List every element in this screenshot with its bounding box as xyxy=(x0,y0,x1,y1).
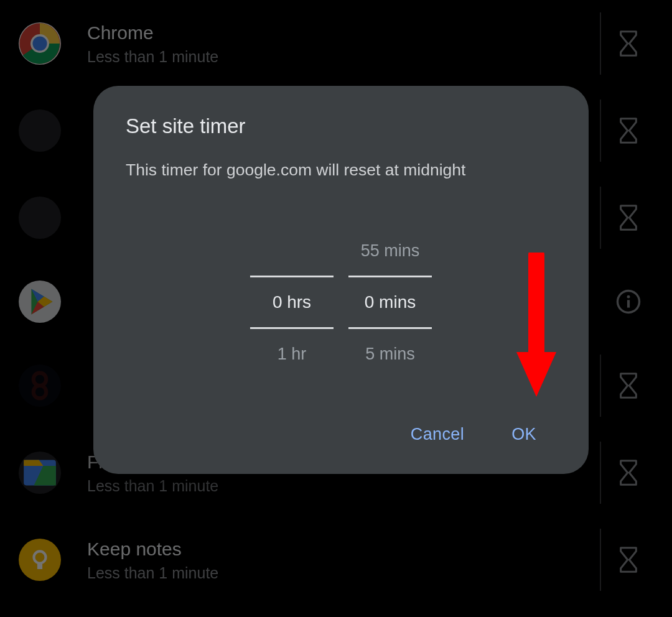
set-site-timer-dialog: Set site timer This timer for google.com… xyxy=(93,86,589,474)
picker-divider xyxy=(348,327,432,329)
hours-picker[interactable]: 0 hrs 1 hr xyxy=(250,232,334,373)
picker-divider xyxy=(348,276,432,277)
picker-divider xyxy=(250,327,334,329)
minutes-picker[interactable]: 55 mins 0 mins 5 mins xyxy=(348,232,432,373)
picker-divider xyxy=(250,276,334,277)
dialog-title: Set site timer xyxy=(126,114,556,138)
screen: Chrome Less than 1 minute xyxy=(0,0,672,617)
time-picker: 0 hrs 1 hr 55 mins 0 mins 5 mins xyxy=(126,187,556,419)
dialog-actions: Cancel OK xyxy=(126,419,556,455)
cancel-button[interactable]: Cancel xyxy=(402,419,473,450)
dialog-message: This timer for google.com will reset at … xyxy=(126,159,556,182)
ok-button[interactable]: OK xyxy=(503,419,545,450)
minutes-selected: 0 mins xyxy=(365,284,416,321)
hours-selected: 0 hrs xyxy=(273,284,311,321)
minutes-prev: 55 mins xyxy=(361,232,420,269)
hours-next: 1 hr xyxy=(278,335,307,373)
minutes-next: 5 mins xyxy=(365,335,415,373)
